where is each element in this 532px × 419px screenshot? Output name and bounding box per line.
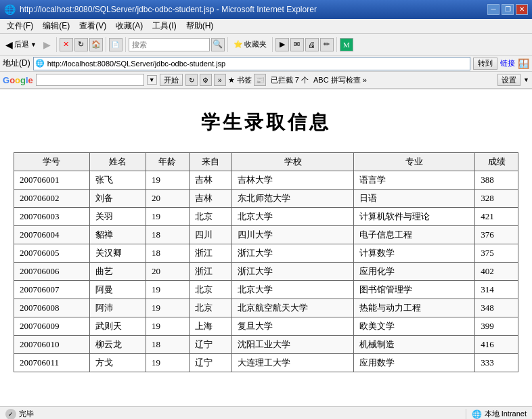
page-icon: 🌐: [35, 59, 45, 68]
table-cell: 19: [146, 317, 189, 336]
col-header-from: 来自: [189, 153, 232, 171]
table-row: 200706005关汉卿18浙江浙江大学计算数学375: [14, 244, 518, 263]
table-cell: 四川大学: [232, 226, 353, 244]
table-cell: 200706006: [14, 263, 90, 281]
table-cell: 应用化学: [353, 263, 474, 281]
restore-button[interactable]: ❐: [502, 4, 514, 15]
toolbar-separator-4: [227, 37, 228, 52]
menu-view[interactable]: 查看(V): [75, 20, 110, 32]
table-cell: 应用数学: [353, 354, 474, 372]
more-tools-icon[interactable]: »: [363, 76, 367, 84]
table-cell: 复旦大学: [232, 317, 353, 336]
table-cell: 328: [475, 190, 518, 208]
back-button[interactable]: ◀ 后退 ▼: [3, 38, 39, 51]
favorites-button[interactable]: ⭐ 收藏夹: [231, 38, 269, 51]
bookmarks-g-icon[interactable]: ★: [228, 76, 235, 85]
col-header-school: 学校: [232, 153, 353, 171]
table-cell: 18: [146, 226, 189, 244]
window-icon: 🌐: [4, 4, 16, 15]
minimize-button[interactable]: ─: [487, 4, 500, 15]
settings-dropdown-icon[interactable]: ▼: [523, 76, 529, 83]
news-g-icon[interactable]: 📰: [254, 74, 266, 86]
favorites-star-icon: ⭐: [234, 40, 243, 49]
forward-button[interactable]: ▶: [41, 38, 53, 51]
table-cell: 浙江大学: [232, 263, 353, 281]
table-cell: 吉林: [189, 190, 232, 208]
table-cell: 张飞: [89, 171, 146, 190]
address-input[interactable]: [46, 58, 468, 70]
address-label: 地址(D): [3, 58, 30, 69]
menu-file[interactable]: 文件(F): [3, 20, 37, 32]
refresh-button[interactable]: ↻: [74, 38, 88, 51]
page-button[interactable]: 📄: [109, 38, 123, 51]
windows-update-icon[interactable]: 🪟: [518, 58, 529, 69]
table-cell: 东北师范大学: [232, 190, 353, 208]
col-header-score: 成绩: [475, 153, 518, 171]
table-cell: 吉林: [189, 171, 232, 190]
table-cell: 200706004: [14, 226, 90, 244]
close-button[interactable]: ✕: [516, 4, 528, 15]
menu-help[interactable]: 帮助(H): [182, 20, 218, 32]
table-row: 200706006曲艺20浙江浙江大学应用化学402: [14, 263, 518, 281]
table-row: 200706007阿曼19北京北京大学图书馆管理学314: [14, 281, 518, 299]
refresh-g-icon[interactable]: ↻: [185, 74, 198, 86]
table-cell: 20: [146, 263, 189, 281]
google-search-input[interactable]: [36, 74, 144, 86]
table-cell: 北京: [189, 299, 232, 317]
go-button[interactable]: 转到: [473, 58, 497, 70]
address-bar: 地址(D) 🌐 转到 链接 🪟: [0, 56, 532, 72]
table-cell: 200706002: [14, 190, 90, 208]
table-row: 200706009武则天19上海复旦大学欧美文学399: [14, 317, 518, 336]
table-cell: 376: [475, 226, 518, 244]
table-cell: 200706008: [14, 299, 90, 317]
toolbar-separator-6: [336, 37, 337, 52]
print-icon[interactable]: 🖨: [305, 38, 319, 51]
table-cell: 四川: [189, 226, 232, 244]
menu-favorites[interactable]: 收藏(A): [112, 20, 147, 32]
table-cell: 20: [146, 190, 189, 208]
menu-tools[interactable]: 工具(I): [148, 20, 180, 32]
window-controls: ─ ❐ ✕: [487, 4, 528, 15]
links-label[interactable]: 链接: [500, 58, 515, 68]
table-cell: 200706010: [14, 336, 90, 354]
table-cell: 402: [475, 263, 518, 281]
toolbar-more-buttons: ↻ ⚙ » ★ 书签 📰 已拦截 7 个 ABC 拼写检查 »: [185, 74, 367, 86]
status-right: 🌐 本地 Intranet: [466, 409, 532, 419]
table-header-row: 学号 姓名 年龄 来自 学校 专业 成绩: [14, 153, 518, 171]
google-logo: Google: [3, 75, 33, 85]
table-cell: 大连理工大学: [232, 354, 353, 372]
table-cell: 19: [146, 299, 189, 317]
table-cell: 200706003: [14, 208, 90, 226]
back-dropdown-icon[interactable]: ▼: [30, 41, 37, 48]
table-cell: 416: [475, 336, 518, 354]
toolbar-separator-5: [272, 37, 273, 52]
settings-button[interactable]: 设置: [497, 74, 520, 86]
table-row: 200706004貂禅18四川四川大学电子信息工程376: [14, 226, 518, 244]
arrow-g-icon[interactable]: »: [214, 74, 226, 86]
google-start-button[interactable]: 开始: [160, 74, 183, 86]
table-cell: 辽宁: [189, 336, 232, 354]
table-cell: 北京航空航天大学: [232, 299, 353, 317]
spellcheck-icon[interactable]: ABC: [313, 76, 329, 84]
mail-icon[interactable]: ✉: [290, 38, 304, 51]
media-icon[interactable]: ▶: [275, 38, 289, 51]
msn-icon[interactable]: M: [340, 38, 353, 51]
forward-arrow-icon: ▶: [43, 39, 51, 50]
search-input[interactable]: [129, 38, 210, 51]
table-row: 200706010柳云龙18辽宁沈阳工业大学机械制造416: [14, 336, 518, 354]
table-cell: 399: [475, 317, 518, 336]
table-cell: 计算机软件与理论: [353, 208, 474, 226]
google-toolbar: Google ▼ 开始 ↻ ⚙ » ★ 书签 📰 已拦截 7 个 ABC 拼写检…: [0, 72, 532, 89]
menu-edit[interactable]: 编辑(E): [39, 20, 74, 32]
google-dropdown-icon[interactable]: ▼: [147, 75, 157, 85]
stop-button[interactable]: ✕: [60, 38, 73, 51]
student-table: 学号 姓名 年龄 来自 学校 专业 成绩 200706001张飞19吉林吉林大学…: [14, 152, 518, 372]
table-row: 200706002刘备20吉林东北师范大学日语328: [14, 190, 518, 208]
col-header-age: 年龄: [146, 153, 189, 171]
search-icon[interactable]: 🔍: [211, 38, 225, 51]
options-g-icon[interactable]: ⚙: [200, 74, 212, 86]
table-cell: 曲艺: [89, 263, 146, 281]
edit-icon[interactable]: ✏: [320, 38, 334, 51]
table-cell: 方戈: [89, 354, 146, 372]
home-button[interactable]: 🏠: [89, 38, 103, 51]
